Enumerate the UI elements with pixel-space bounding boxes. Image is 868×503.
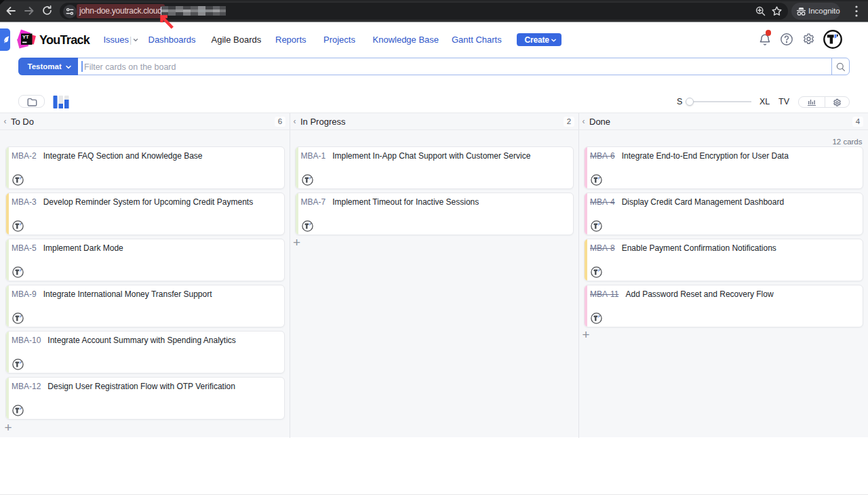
svg-text:YT: YT [22, 34, 29, 40]
